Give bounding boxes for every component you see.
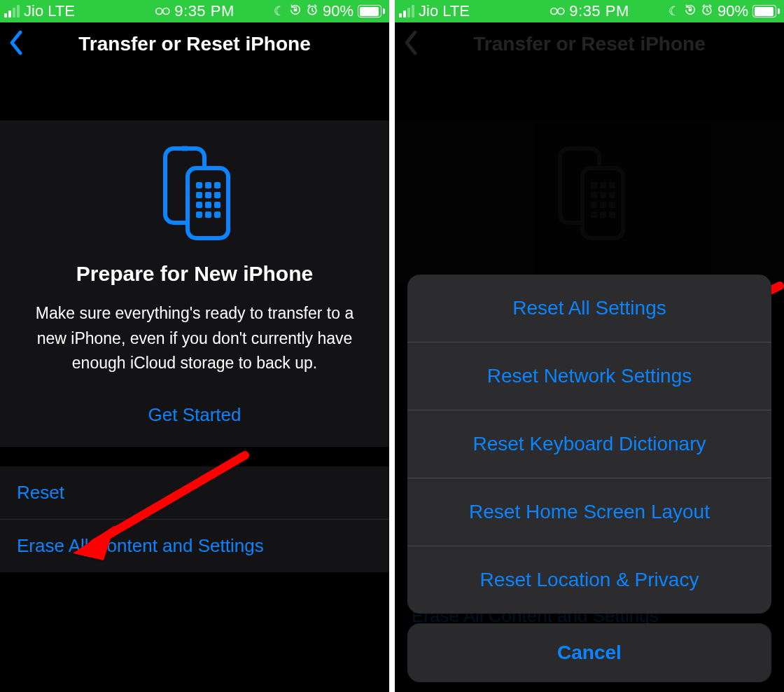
hotspot-icon [155, 6, 170, 16]
status-bar: Jio LTE 9:35 PM ☾ [0, 0, 389, 22]
reset-network-settings-option[interactable]: Reset Network Settings [407, 342, 771, 410]
svg-rect-2 [294, 8, 298, 11]
cancel-button[interactable]: Cancel [407, 623, 771, 682]
reset-keyboard-dictionary-option[interactable]: Reset Keyboard Dictionary [407, 410, 771, 478]
svg-point-20 [551, 8, 557, 15]
network-label: LTE [442, 2, 470, 20]
signal-icon [4, 5, 20, 18]
transfer-phones-icon [20, 144, 370, 245]
reset-location-privacy-option[interactable]: Reset Location & Privacy [407, 546, 771, 614]
moon-icon: ☾ [274, 4, 285, 19]
status-bar: Jio LTE 9:35 PM ☾ [395, 0, 784, 22]
svg-rect-13 [196, 202, 202, 208]
left-screenshot: Jio LTE 9:35 PM ☾ [0, 0, 389, 692]
network-label: LTE [48, 2, 75, 20]
svg-rect-17 [205, 212, 211, 218]
battery-icon [358, 5, 385, 18]
svg-rect-18 [214, 212, 220, 218]
reset-action-sheet: Reset All Settings Reset Network Setting… [407, 275, 771, 682]
svg-rect-12 [214, 192, 220, 198]
get-started-button[interactable]: Get Started [148, 404, 241, 426]
sheet-options-group: Reset All Settings Reset Network Setting… [407, 275, 771, 614]
reset-list: Reset Erase All Content and Settings [0, 466, 389, 572]
bottom-blank [0, 572, 389, 656]
reset-row[interactable]: Reset [0, 466, 389, 520]
alarm-icon [701, 4, 713, 20]
nav-title: Transfer or Reset iPhone [78, 33, 310, 55]
status-time: 9:35 PM [174, 2, 234, 20]
orientation-lock-icon [289, 4, 302, 20]
prepare-card: Prepare for New iPhone Make sure everyth… [0, 120, 389, 447]
status-time: 9:35 PM [569, 2, 629, 20]
orientation-lock-icon [684, 4, 696, 20]
svg-rect-16 [196, 212, 202, 218]
svg-rect-8 [205, 182, 211, 188]
battery-pct: 90% [718, 2, 748, 20]
signal-icon [399, 5, 414, 18]
battery-pct: 90% [323, 2, 354, 20]
sheet-cancel-group: Cancel [407, 623, 771, 682]
carrier-label: Jio [24, 2, 43, 20]
svg-rect-7 [196, 182, 202, 188]
erase-all-row[interactable]: Erase All Content and Settings [0, 520, 389, 572]
svg-point-0 [156, 8, 162, 15]
svg-rect-9 [214, 182, 220, 188]
back-button[interactable] [8, 30, 24, 58]
card-title: Prepare for New iPhone [20, 262, 370, 286]
carrier-label: Jio [419, 2, 438, 20]
svg-rect-11 [205, 192, 211, 198]
reset-all-settings-option[interactable]: Reset All Settings [407, 275, 771, 342]
reset-home-screen-layout-option[interactable]: Reset Home Screen Layout [407, 478, 771, 546]
svg-point-1 [163, 8, 169, 15]
section-gap [0, 447, 389, 466]
moon-icon: ☾ [668, 4, 680, 19]
right-screenshot: Jio LTE 9:35 PM ☾ [395, 0, 784, 692]
svg-rect-22 [689, 8, 692, 11]
svg-rect-5 [181, 146, 189, 151]
hotspot-icon [550, 6, 565, 16]
svg-point-21 [558, 8, 564, 15]
nav-bar: Transfer or Reset iPhone [0, 22, 389, 66]
svg-rect-14 [205, 202, 211, 208]
nav-spacer [0, 66, 389, 120]
alarm-icon [306, 4, 318, 20]
card-description: Make sure everything's ready to transfer… [24, 301, 365, 376]
battery-icon [752, 5, 780, 18]
svg-rect-10 [196, 192, 202, 198]
svg-rect-15 [214, 202, 220, 208]
